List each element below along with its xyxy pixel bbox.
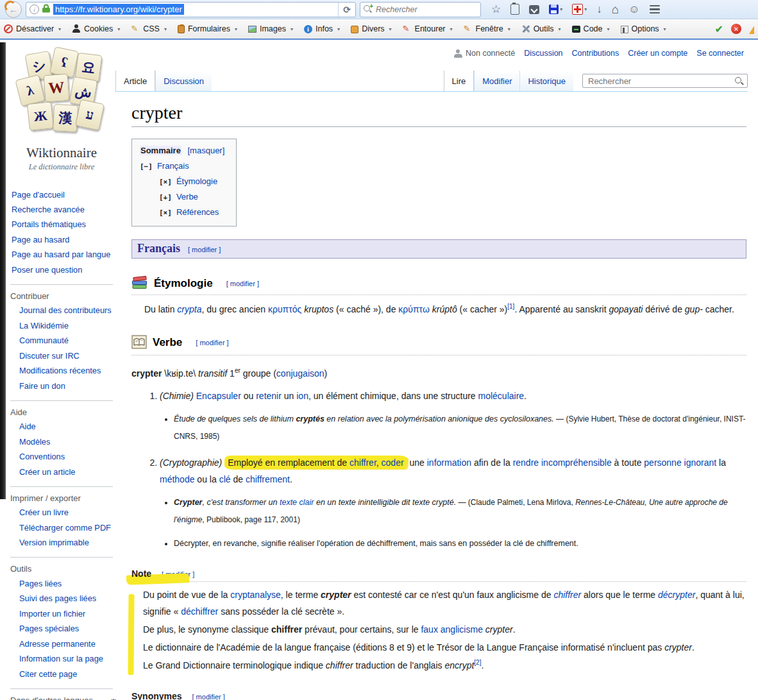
url-text[interactable]: https://fr.wiktionary.org/wiki/crypter xyxy=(53,4,184,15)
sidebar-link[interactable]: Page d'accueil xyxy=(12,190,65,200)
warning-triangle-icon[interactable] xyxy=(749,24,754,34)
sidebar-link[interactable]: Poser une question xyxy=(12,265,82,275)
url-bar[interactable]: i https://fr.wiktionary.org/wiki/crypter… xyxy=(26,2,356,17)
clipboard-icon[interactable] xyxy=(510,4,519,15)
sidebar-link[interactable]: Journal des contributeurs xyxy=(19,305,112,315)
link-chiffrer[interactable]: chiffrer xyxy=(350,457,376,468)
link-chiffrement[interactable]: chiffrement xyxy=(246,474,290,484)
toc-toggle[interactable]: [×] xyxy=(159,178,172,186)
devbar-cookies[interactable]: Cookies▾ xyxy=(72,24,120,33)
toc-toggle[interactable]: [−] xyxy=(140,162,153,171)
sidebar-link[interactable]: Citer cette page xyxy=(19,669,77,679)
link-krupto-greek[interactable]: κρύπτω xyxy=(398,304,430,314)
link-retenir[interactable]: retenir xyxy=(256,391,282,401)
sidebar-link[interactable]: Télécharger comme PDF xyxy=(19,523,111,533)
devbar-css[interactable]: ✎CSS▾ xyxy=(131,24,167,33)
error-icon[interactable]: ✕ xyxy=(731,24,741,34)
link-ion[interactable]: ion xyxy=(296,391,308,401)
reference-2-link[interactable]: [2] xyxy=(474,659,481,666)
link-cryptanalyse[interactable]: cryptanalyse xyxy=(230,590,281,600)
toc-link-references[interactable]: Références xyxy=(176,207,219,217)
search-icon[interactable] xyxy=(734,76,743,85)
sidebar-link[interactable]: Portails thématiques xyxy=(12,219,86,229)
devbar-images[interactable]: Images▾ xyxy=(248,24,293,33)
devbar-infos[interactable]: iInfos▾ xyxy=(304,24,340,33)
devbar-options[interactable]: Options▾ xyxy=(621,24,666,33)
reference-1-link[interactable]: [1] xyxy=(507,303,514,310)
sidebar-link[interactable]: Aide xyxy=(19,422,36,431)
edit-link[interactable]: [ modifier ] xyxy=(196,339,228,346)
personal-link[interactable]: Se connecter xyxy=(696,49,744,58)
devbar-forms[interactable]: Formulaires▾ xyxy=(178,24,237,33)
sidebar-link[interactable]: La Wikidémie xyxy=(19,321,69,330)
link-dechiffrer[interactable]: déchiffrer xyxy=(181,606,218,617)
bookmark-star-icon[interactable]: ☆ xyxy=(491,4,501,15)
link-conjugaison[interactable]: conjugaison xyxy=(276,368,324,378)
cross-dropdown-caret[interactable]: ▾ xyxy=(584,6,587,12)
browser-search-input[interactable] xyxy=(375,4,460,15)
toc-toggle[interactable]: [×] xyxy=(159,209,172,217)
sidebar-link[interactable]: Recherche avancée xyxy=(12,205,85,214)
devbar-window[interactable]: ✎Fenêtre▾ xyxy=(464,24,510,33)
sidebar-link[interactable]: Page au hasard xyxy=(12,235,69,244)
sidebar-link[interactable]: Information sur la page xyxy=(19,654,103,663)
sidebar-link[interactable]: Version imprimable xyxy=(19,538,89,547)
edit-link[interactable]: [ modifier ] xyxy=(226,280,259,287)
personal-link[interactable]: Créer un compte xyxy=(628,49,687,58)
link-decrypter[interactable]: décrypter xyxy=(658,590,695,600)
personal-link[interactable]: Contributions xyxy=(572,49,619,58)
link-cle[interactable]: clé xyxy=(219,474,231,484)
link-moleculaire[interactable]: moléculaire xyxy=(478,391,525,401)
link-kruptos-greek[interactable]: κρυπτός xyxy=(268,304,301,314)
link-coder[interactable]: coder xyxy=(382,457,404,468)
smiley-icon[interactable]: ☺ xyxy=(628,4,639,15)
tab-article[interactable]: Article xyxy=(115,71,155,91)
edit-link[interactable]: [ modifier ] xyxy=(188,246,221,253)
devbar-outline[interactable]: ✎Entourer▾ xyxy=(403,24,453,33)
sidebar-link[interactable]: Importer un fichier xyxy=(19,609,85,619)
tab-read[interactable]: Lire xyxy=(444,71,475,91)
browser-search-box[interactable]: + xyxy=(360,2,481,17)
sidebar-link[interactable]: Suivi des pages liées xyxy=(19,593,96,603)
save-dropdown-caret[interactable]: ▾ xyxy=(560,6,562,12)
wiktionary-logo[interactable]: シ ʕ 요 λ W ش Ж 漢 ע xyxy=(14,50,110,140)
sidebar-link[interactable]: Communauté xyxy=(19,336,69,345)
hamburger-menu-icon[interactable] xyxy=(650,5,660,13)
sidebar-link[interactable]: Conventions xyxy=(19,452,65,461)
link-chiffrer[interactable]: chiffrer xyxy=(553,590,581,600)
sidebar-link[interactable]: Pages spéciales xyxy=(19,624,79,633)
reload-button[interactable]: ⟳ xyxy=(338,3,355,17)
tab-discussion[interactable]: Discussion xyxy=(155,71,212,91)
link-information[interactable]: information xyxy=(427,457,471,468)
downloads-icon[interactable]: ↓ xyxy=(596,4,602,15)
pocket-icon[interactable] xyxy=(529,5,539,14)
tab-edit[interactable]: Modifier xyxy=(474,71,519,91)
wiki-search-input[interactable] xyxy=(587,76,734,87)
toc-toggle[interactable]: [+] xyxy=(159,193,172,201)
link-ignorant[interactable]: ignorant xyxy=(684,457,717,468)
devbar-divers[interactable]: Divers▾ xyxy=(351,24,391,33)
toc-hide-link[interactable]: [masquer] xyxy=(188,146,225,155)
red-cross-icon[interactable] xyxy=(572,4,583,15)
back-button[interactable]: ← xyxy=(5,1,22,18)
save-icon[interactable] xyxy=(549,4,559,14)
link-personne[interactable]: personne xyxy=(644,457,681,468)
toc-link-francais[interactable]: Français xyxy=(157,161,189,171)
toc-link-etymologie[interactable]: Étymologie xyxy=(176,176,217,186)
home-icon[interactable]: ⌂ xyxy=(612,3,619,15)
sidebar-link[interactable]: Page au hasard par langue xyxy=(12,250,110,259)
link-rendre-incomprehensible[interactable]: rendre incompréhensible xyxy=(513,457,612,468)
devbar-disable[interactable]: Désactiver▾ xyxy=(4,24,61,33)
logo-wordmark[interactable]: Wiktionnaire xyxy=(10,145,113,161)
devbar-tools[interactable]: Outils▾ xyxy=(521,24,561,33)
link-crypta[interactable]: crypta xyxy=(177,304,201,314)
page-info-icon[interactable]: i xyxy=(29,4,39,14)
sidebar-link[interactable]: Créer un livre xyxy=(19,508,69,517)
sidebar-link[interactable]: Modèles xyxy=(19,437,50,447)
sidebar-link[interactable]: Faire un don xyxy=(19,381,65,391)
edit-link[interactable]: [ modifier ] xyxy=(192,693,224,700)
devbar-code[interactable]: Code▾ xyxy=(572,24,610,33)
link-encapsuler[interactable]: Encapsuler xyxy=(196,391,241,401)
toc-link-verbe[interactable]: Verbe xyxy=(176,192,198,201)
link-texte-clair[interactable]: texte clair xyxy=(280,498,314,507)
